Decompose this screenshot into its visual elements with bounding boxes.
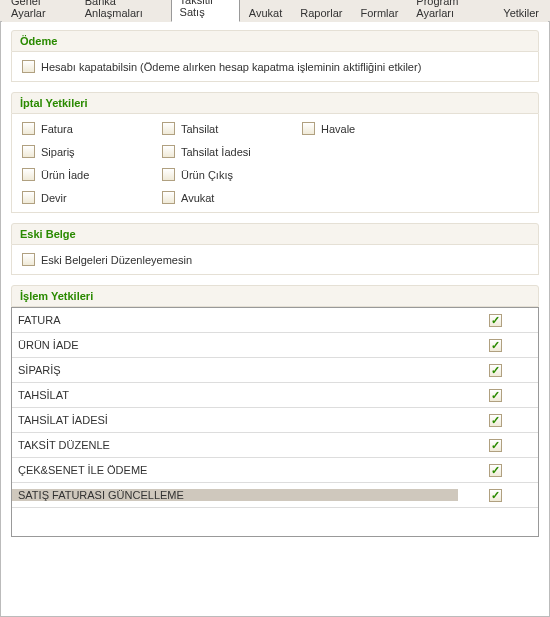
list-row-checkbox-cell: [458, 439, 538, 452]
list-row-label: TAHSİLAT: [12, 389, 458, 401]
label-tahsilat-iadesi: Tahsilat İadesi: [181, 146, 251, 158]
list-row-label: TAKSİT DÜZENLE: [12, 439, 458, 451]
label-hesabi-kapatabilsin: Hesabı kapatabilsin (Ödeme alırken hesap…: [41, 61, 421, 73]
tab-banka-anlasmalari[interactable]: Banka Anlaşmaları: [76, 0, 171, 22]
group-odeme: Ödeme Hesabı kapatabilsin (Ödeme alırken…: [11, 30, 539, 82]
list-row[interactable]: ÜRÜN İADE: [12, 333, 538, 358]
label-siparis: Sipariş: [41, 146, 75, 158]
list-row-checkbox[interactable]: [489, 414, 502, 427]
list-row[interactable]: SATIŞ FATURASI GÜNCELLEME: [12, 483, 538, 508]
label-urun-cikis: Ürün Çıkış: [181, 169, 233, 181]
list-row[interactable]: FATURA: [12, 308, 538, 333]
label-tahsilat: Tahsilat: [181, 123, 218, 135]
list-row-checkbox-cell: [458, 364, 538, 377]
tab-bar: Genel Ayarlar Banka Anlaşmaları Taksitli…: [0, 0, 550, 22]
tab-yetkiler[interactable]: Yetkiler: [494, 3, 548, 22]
list-row-checkbox-cell: [458, 414, 538, 427]
label-avukat: Avukat: [181, 192, 214, 204]
list-row-checkbox-cell: [458, 314, 538, 327]
list-row-checkbox[interactable]: [489, 314, 502, 327]
group-islem-yetkileri: İşlem Yetkileri FATURAÜRÜN İADESİPARİŞTA…: [11, 285, 539, 537]
checkbox-urun-iade[interactable]: [22, 168, 35, 181]
list-row-checkbox[interactable]: [489, 364, 502, 377]
group-eski-belge-title: Eski Belge: [11, 223, 539, 245]
checkbox-fatura[interactable]: [22, 122, 35, 135]
islem-list[interactable]: FATURAÜRÜN İADESİPARİŞTAHSİLATTAHSİLAT İ…: [11, 307, 539, 537]
list-row-checkbox[interactable]: [489, 389, 502, 402]
list-row-checkbox[interactable]: [489, 464, 502, 477]
list-row-checkbox[interactable]: [489, 489, 502, 502]
list-row-checkbox[interactable]: [489, 339, 502, 352]
list-row-label: TAHSİLAT İADESİ: [12, 414, 458, 426]
tab-genel-ayarlar[interactable]: Genel Ayarlar: [2, 0, 76, 22]
list-row-label: SATIŞ FATURASI GÜNCELLEME: [12, 489, 458, 501]
tab-content: Ödeme Hesabı kapatabilsin (Ödeme alırken…: [0, 22, 550, 617]
checkbox-avukat[interactable]: [162, 191, 175, 204]
list-row-checkbox-cell: [458, 489, 538, 502]
list-row-label: ÇEK&SENET İLE ÖDEME: [12, 464, 458, 476]
list-row-checkbox-cell: [458, 464, 538, 477]
group-eski-belge: Eski Belge Eski Belgeleri Düzenleyemesin: [11, 223, 539, 275]
list-row-checkbox[interactable]: [489, 439, 502, 452]
label-eski-belge-duzenleyemesin: Eski Belgeleri Düzenleyemesin: [41, 254, 192, 266]
list-row-label: FATURA: [12, 314, 458, 326]
tab-avukat[interactable]: Avukat: [240, 3, 291, 22]
tab-program-ayarlari[interactable]: Program Ayarları: [407, 0, 494, 22]
checkbox-siparis[interactable]: [22, 145, 35, 158]
tab-formlar[interactable]: Formlar: [351, 3, 407, 22]
settings-window: Genel Ayarlar Banka Anlaşmaları Taksitli…: [0, 0, 550, 617]
label-havale: Havale: [321, 123, 355, 135]
checkbox-urun-cikis[interactable]: [162, 168, 175, 181]
checkbox-tahsilat-iadesi[interactable]: [162, 145, 175, 158]
checkbox-hesabi-kapatabilsin[interactable]: [22, 60, 35, 73]
group-iptal-title: İptal Yetkileri: [11, 92, 539, 114]
label-urun-iade: Ürün İade: [41, 169, 89, 181]
list-row[interactable]: TAHSİLAT İADESİ: [12, 408, 538, 433]
label-devir: Devir: [41, 192, 67, 204]
group-iptal-yetkileri: İptal Yetkileri Fatura Tahsilat Havale S…: [11, 92, 539, 213]
list-row-checkbox-cell: [458, 339, 538, 352]
list-row[interactable]: TAHSİLAT: [12, 383, 538, 408]
checkbox-eski-belge-duzenleyemesin[interactable]: [22, 253, 35, 266]
list-row[interactable]: ÇEK&SENET İLE ÖDEME: [12, 458, 538, 483]
list-row-label: SİPARİŞ: [12, 364, 458, 376]
list-row-label: ÜRÜN İADE: [12, 339, 458, 351]
tab-raporlar[interactable]: Raporlar: [291, 3, 351, 22]
list-row[interactable]: SİPARİŞ: [12, 358, 538, 383]
group-odeme-title: Ödeme: [11, 30, 539, 52]
checkbox-devir[interactable]: [22, 191, 35, 204]
label-fatura: Fatura: [41, 123, 73, 135]
tab-taksitli-satis[interactable]: Taksitli Satış: [171, 0, 240, 22]
list-row-checkbox-cell: [458, 389, 538, 402]
list-row[interactable]: TAKSİT DÜZENLE: [12, 433, 538, 458]
group-islem-title: İşlem Yetkileri: [11, 285, 539, 307]
checkbox-havale[interactable]: [302, 122, 315, 135]
checkbox-tahsilat[interactable]: [162, 122, 175, 135]
